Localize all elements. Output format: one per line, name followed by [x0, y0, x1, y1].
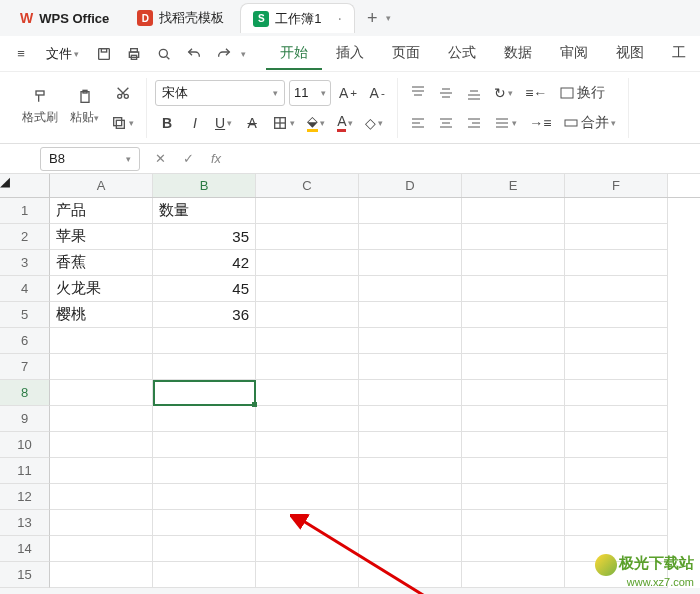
- cell[interactable]: [50, 328, 153, 354]
- app-tab[interactable]: W WPS Office: [8, 3, 121, 33]
- column-header[interactable]: F: [565, 174, 668, 197]
- row-header[interactable]: 6: [0, 328, 50, 354]
- font-selector[interactable]: 宋体▾: [155, 80, 285, 106]
- cell[interactable]: [256, 510, 359, 536]
- cell[interactable]: [462, 276, 565, 302]
- select-all-corner[interactable]: ◢: [0, 174, 50, 197]
- tab-page[interactable]: 页面: [378, 38, 434, 70]
- cell[interactable]: [462, 562, 565, 588]
- clear-format-icon[interactable]: ◇▾: [361, 110, 387, 136]
- cell[interactable]: [565, 250, 668, 276]
- underline-button[interactable]: U▾: [211, 110, 236, 136]
- tab-data[interactable]: 数据: [490, 38, 546, 70]
- cell[interactable]: [359, 198, 462, 224]
- cell[interactable]: [565, 484, 668, 510]
- fill-color-button[interactable]: ⬙▾: [303, 110, 329, 136]
- cell[interactable]: [565, 432, 668, 458]
- name-box[interactable]: B8▾: [40, 147, 140, 171]
- cell[interactable]: [462, 380, 565, 406]
- cell[interactable]: [359, 406, 462, 432]
- row-header[interactable]: 1: [0, 198, 50, 224]
- cell[interactable]: [50, 536, 153, 562]
- cell[interactable]: [256, 302, 359, 328]
- cell[interactable]: [462, 406, 565, 432]
- cell[interactable]: 35: [153, 224, 256, 250]
- column-header[interactable]: D: [359, 174, 462, 197]
- print-icon[interactable]: [121, 41, 147, 67]
- format-brush-button[interactable]: 格式刷: [18, 89, 62, 126]
- tab-workbook[interactable]: S 工作簿1 ·: [240, 3, 355, 33]
- save-icon[interactable]: [91, 41, 117, 67]
- add-tab-button[interactable]: +: [359, 8, 386, 29]
- cell[interactable]: [565, 510, 668, 536]
- cell[interactable]: [50, 510, 153, 536]
- tab-dropdown-icon[interactable]: ▾: [386, 13, 391, 23]
- cell[interactable]: [153, 406, 256, 432]
- cell[interactable]: [359, 380, 462, 406]
- cell[interactable]: [462, 302, 565, 328]
- cell[interactable]: [256, 536, 359, 562]
- tab-template[interactable]: D 找稻壳模板: [125, 3, 236, 33]
- cell[interactable]: [153, 458, 256, 484]
- font-color-button[interactable]: A▾: [333, 110, 357, 136]
- cell[interactable]: [462, 250, 565, 276]
- cell[interactable]: 苹果: [50, 224, 153, 250]
- cell[interactable]: [565, 328, 668, 354]
- cell[interactable]: [462, 458, 565, 484]
- cell[interactable]: 45: [153, 276, 256, 302]
- cell[interactable]: [359, 354, 462, 380]
- column-header[interactable]: B: [153, 174, 256, 197]
- cell[interactable]: [565, 276, 668, 302]
- cell[interactable]: [359, 432, 462, 458]
- cell[interactable]: [462, 224, 565, 250]
- increase-font-icon[interactable]: A+: [335, 80, 361, 106]
- cell[interactable]: [256, 276, 359, 302]
- cell[interactable]: [462, 432, 565, 458]
- cell[interactable]: [359, 484, 462, 510]
- formula-input[interactable]: [234, 148, 634, 170]
- row-header[interactable]: 15: [0, 562, 50, 588]
- cell[interactable]: [462, 328, 565, 354]
- cell[interactable]: [359, 562, 462, 588]
- align-bottom-icon[interactable]: [462, 80, 486, 106]
- cell[interactable]: [256, 224, 359, 250]
- cell[interactable]: [153, 354, 256, 380]
- align-left-icon[interactable]: [406, 110, 430, 136]
- cell[interactable]: [256, 562, 359, 588]
- row-header[interactable]: 9: [0, 406, 50, 432]
- copy-icon[interactable]: ▾: [107, 110, 138, 136]
- cell[interactable]: 樱桃: [50, 302, 153, 328]
- fx-icon[interactable]: fx: [206, 151, 226, 166]
- cell[interactable]: [462, 536, 565, 562]
- cell[interactable]: [50, 458, 153, 484]
- column-header[interactable]: A: [50, 174, 153, 197]
- row-header[interactable]: 8: [0, 380, 50, 406]
- file-menu[interactable]: 文件▾: [38, 45, 87, 63]
- cell[interactable]: [359, 328, 462, 354]
- align-right-icon[interactable]: [462, 110, 486, 136]
- cell[interactable]: 36: [153, 302, 256, 328]
- hamburger-icon[interactable]: ≡: [8, 41, 34, 67]
- cell[interactable]: [256, 198, 359, 224]
- cell[interactable]: [565, 198, 668, 224]
- align-middle-icon[interactable]: [434, 80, 458, 106]
- indent-right-icon[interactable]: →≡: [525, 110, 555, 136]
- cell[interactable]: [50, 406, 153, 432]
- cell[interactable]: 香蕉: [50, 250, 153, 276]
- cell[interactable]: 产品: [50, 198, 153, 224]
- cell[interactable]: [50, 432, 153, 458]
- decrease-font-icon[interactable]: A-: [365, 80, 389, 106]
- quickaccess-dropdown-icon[interactable]: ▾: [241, 49, 246, 59]
- orientation-icon[interactable]: ↻▾: [490, 80, 517, 106]
- merge-button[interactable]: 合并▾: [559, 110, 620, 136]
- cell[interactable]: [462, 484, 565, 510]
- tab-insert[interactable]: 插入: [322, 38, 378, 70]
- redo-icon[interactable]: [211, 41, 237, 67]
- align-center-icon[interactable]: [434, 110, 458, 136]
- cell[interactable]: [359, 224, 462, 250]
- cell[interactable]: [565, 302, 668, 328]
- cell[interactable]: [565, 458, 668, 484]
- row-header[interactable]: 2: [0, 224, 50, 250]
- cell[interactable]: [359, 302, 462, 328]
- column-header[interactable]: E: [462, 174, 565, 197]
